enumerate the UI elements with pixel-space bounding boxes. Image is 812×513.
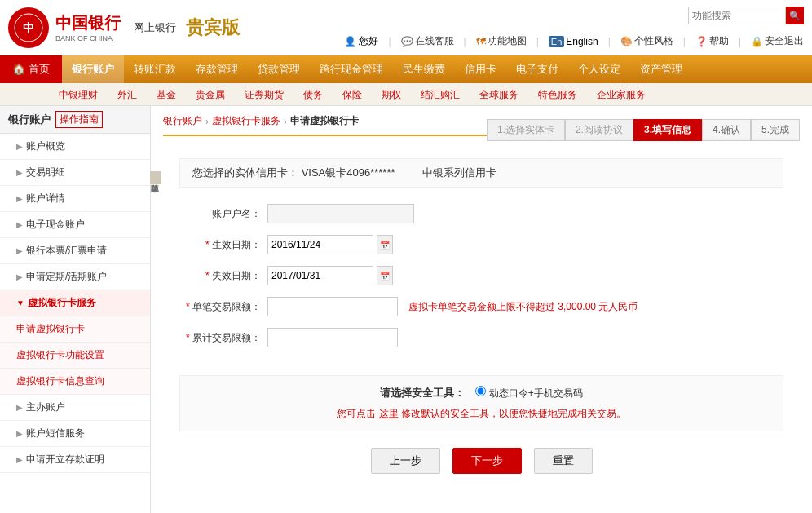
sidebar-arrow-icon: ▶ [16, 220, 23, 229]
form-row-effective-date: 生效日期： 📅 [179, 235, 783, 254]
nav-bank-account[interactable]: 银行账户 [62, 55, 124, 83]
selected-card-type: 中银系列信用卡 [422, 166, 496, 179]
vip-label: 贵宾版 [186, 15, 240, 40]
security-radio-option: 动态口令+手机交易码 [475, 387, 582, 399]
english-link[interactable]: En English [549, 36, 598, 47]
reset-button[interactable]: 重置 [534, 448, 593, 474]
sub-nav-item-9[interactable]: 全球服务 [470, 83, 528, 106]
effective-date-calendar-button[interactable]: 📅 [377, 235, 393, 254]
sidebar-op-guide[interactable]: 操作指南 [55, 111, 103, 128]
form-row-expiry-date: 失效日期： 📅 [179, 266, 783, 285]
top-bar: 中 中国银行 BANK OF CHINA 网上银行 贵宾版 🔍 👤 您好 | 💬… [0, 0, 812, 55]
sidebar-item-virtual-query[interactable]: 虚拟银行卡信息查询 [0, 369, 150, 395]
style-link[interactable]: 🎨 个性风格 [620, 34, 673, 48]
sidebar-collapse-button[interactable]: 隐藏菜单 [150, 171, 161, 184]
sidebar-item-details[interactable]: ▶ 账户详情 [0, 186, 150, 212]
home-nav-item[interactable]: 🏠 首页 [0, 55, 62, 83]
top-nav-links: 👤 您好 | 💬 在线客服 | 🗺 功能地图 | En English | 🎨 … [344, 34, 804, 48]
sidebar-item-deposit-cert[interactable]: ▶ 申请开立存款证明 [0, 447, 150, 473]
effective-date-input[interactable] [267, 235, 373, 254]
sub-nav-item-3[interactable]: 贵金属 [186, 83, 235, 106]
nav-loan[interactable]: 贷款管理 [248, 55, 310, 83]
sidebar-item-open-account[interactable]: ▶ 申请定期/活期账户 [0, 264, 150, 290]
nav-transfer[interactable]: 转账汇款 [124, 55, 186, 83]
security-radio[interactable] [475, 386, 486, 396]
security-option-label: 动态口令+手机交易码 [489, 387, 583, 399]
security-section: 请选择安全工具： 动态口令+手机交易码 您可点击 这里 修改默认的安全工具，以便… [179, 375, 783, 431]
sub-nav-item-8[interactable]: 结汇购汇 [411, 83, 470, 106]
search-input[interactable] [688, 7, 786, 24]
sidebar-arrow-icon: ▶ [16, 246, 23, 255]
help-link[interactable]: ❓ 帮助 [695, 34, 729, 48]
main-content: 银行账户 › 虚拟银行卡服务 › 申请虚拟银行卡 1.选择实体卡 2.阅读协议 … [151, 106, 812, 513]
next-button[interactable]: 下一步 [452, 448, 522, 474]
sidebar-item-main-account[interactable]: ▶ 主办账户 [0, 395, 150, 421]
step-2: 2.阅读协议 [565, 119, 633, 141]
online-service-link[interactable]: 💬 在线客服 [401, 34, 454, 48]
sidebar-arrow-icon: ▶ [16, 168, 23, 177]
security-title-row: 请选择安全工具： 动态口令+手机交易码 [190, 386, 773, 400]
breadcrumb-bank-account[interactable]: 银行账户 [163, 114, 202, 128]
sub-nav: 中银理财 外汇 基金 贵金属 证券期货 债务 保险 期权 结汇购汇 全球服务 特… [0, 83, 812, 106]
nav-payment[interactable]: 电子支付 [506, 55, 568, 83]
breadcrumb-virtual-service[interactable]: 虚拟银行卡服务 [212, 114, 280, 128]
logout-link[interactable]: 🔒 安全退出 [751, 34, 804, 48]
sidebar-item-transactions[interactable]: ▶ 交易明细 [0, 160, 150, 186]
sidebar-item-overview[interactable]: ▶ 账户概览 [0, 134, 150, 160]
step-5: 5.完成 [751, 119, 800, 141]
sub-nav-item-11[interactable]: 企业家服务 [587, 83, 655, 106]
map-link[interactable]: 🗺 功能地图 [476, 34, 527, 48]
sidebar-arrow-icon: ▶ [16, 455, 23, 464]
sidebar-item-virtual-settings[interactable]: 虚拟银行卡功能设置 [0, 343, 150, 369]
sub-nav-item-5[interactable]: 债务 [293, 83, 333, 106]
button-row: 上一步 下一步 重置 [163, 448, 800, 474]
logo-text: 中国银行 BANK OF CHINA [55, 12, 121, 42]
form-section: 您选择的实体信用卡： VISA银卡4096****** 中银系列信用卡 账户户名… [163, 146, 800, 371]
main-nav: 银行账户 转账汇款 存款管理 贷款管理 跨行现金管理 民生缴费 信用卡 电子支付… [62, 55, 812, 83]
single-limit-input[interactable] [267, 297, 398, 316]
security-note-link[interactable]: 这里 [379, 408, 399, 419]
cumulative-limit-input[interactable] [267, 328, 398, 347]
nav-deposit[interactable]: 存款管理 [186, 55, 248, 83]
expiry-date-calendar-button[interactable]: 📅 [377, 266, 393, 285]
expiry-date-wrapper: 📅 [267, 266, 393, 285]
sidebar-item-draft[interactable]: ▶ 银行本票/汇票申请 [0, 238, 150, 264]
sidebar-item-ecash[interactable]: ▶ 电子现金账户 [0, 212, 150, 238]
expiry-date-input[interactable] [267, 266, 373, 285]
step-1: 1.选择实体卡 [487, 119, 565, 141]
sub-nav-item-2[interactable]: 基金 [147, 83, 186, 106]
nav-cross-bank[interactable]: 跨行现金管理 [310, 55, 393, 83]
nav-assets[interactable]: 资产管理 [630, 55, 692, 83]
sidebar-arrow-icon: ▶ [16, 142, 23, 151]
sidebar-item-virtual-card[interactable]: ▼ 虚拟银行卡服务 [0, 290, 150, 316]
nav-settings[interactable]: 个人设定 [568, 55, 630, 83]
effective-date-wrapper: 📅 [267, 235, 393, 254]
form-row-account-name: 账户户名： [179, 204, 783, 223]
sub-nav-item-4[interactable]: 证券期货 [235, 83, 293, 106]
prev-button[interactable]: 上一步 [371, 448, 440, 474]
sub-nav-item-0[interactable]: 中银理财 [49, 83, 108, 106]
step-4: 4.确认 [702, 119, 751, 141]
sub-nav-item-6[interactable]: 保险 [333, 83, 372, 106]
expiry-date-label: 失效日期： [179, 269, 261, 283]
breadcrumb-sep-1: › [205, 116, 209, 127]
sub-nav-item-1[interactable]: 外汇 [108, 83, 147, 106]
svg-text:中: 中 [23, 21, 34, 34]
step-3: 3.填写信息 [633, 119, 702, 141]
sub-nav-item-7[interactable]: 期权 [372, 83, 411, 106]
breadcrumb-sep-2: › [284, 116, 287, 127]
sidebar-item-apply-virtual[interactable]: 申请虚拟银行卡 [0, 316, 150, 343]
sidebar-item-sms[interactable]: ▶ 账户短信服务 [0, 421, 150, 447]
security-title: 请选择安全工具： [380, 387, 465, 399]
single-limit-hint: 虚拟卡单笔交易金额上限不得超过 3,000.00 元人民币 [408, 300, 638, 314]
account-name-input[interactable] [267, 204, 414, 223]
calendar-icon: 📅 [380, 272, 390, 281]
nav-public[interactable]: 民生缴费 [393, 55, 455, 83]
sub-nav-item-10[interactable]: 特色服务 [528, 83, 587, 106]
sidebar-arrow-icon: ▶ [16, 194, 23, 203]
search-button[interactable]: 🔍 [786, 7, 804, 24]
nav-credit[interactable]: 信用卡 [455, 55, 506, 83]
logo-english: BANK OF CHINA [55, 34, 121, 42]
selected-card-label: 您选择的实体信用卡： [192, 166, 298, 179]
sidebar-header: 银行账户 操作指南 [0, 106, 150, 134]
